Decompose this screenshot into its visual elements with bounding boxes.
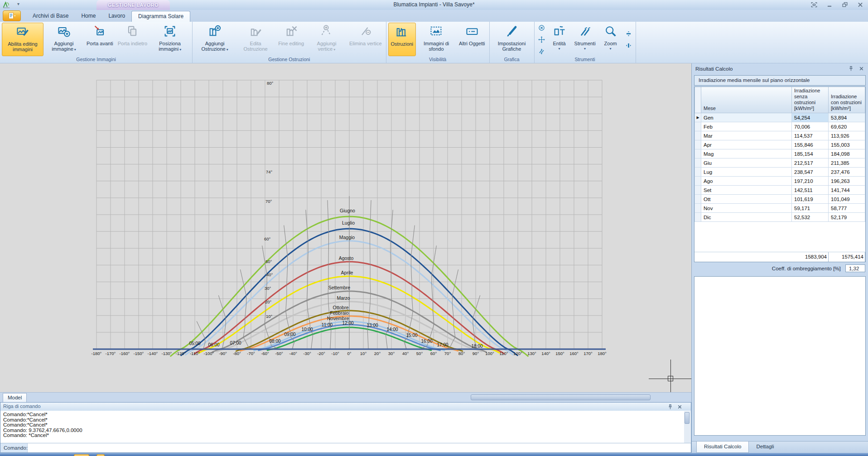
irradiation-table-box: MeseIrradiazione senza ostruzioni [kWh/m… [694,86,866,262]
hour-label-1000: 10:00 [301,327,313,332]
altri-oggetti-button[interactable]: Altri Oggetti [457,23,487,56]
table-row-apr[interactable]: Apr155,846155,003 [695,140,865,149]
close-icon[interactable] [677,403,683,412]
cell-irradiazione-senza: 54,254 [792,113,829,122]
drawing-canvas[interactable]: -180°-170°-160°-150°-140°-130°-120°-110°… [0,63,691,392]
row-selector[interactable]: ▶ [695,113,701,122]
edit-image-icon [16,25,29,38]
table-row-ott[interactable]: Ott101,619101,049 [695,194,865,203]
hour-label-1600: 16:00 [421,339,432,344]
x-tick-label: 70° [444,351,451,356]
x-tick-label: -30° [303,351,311,356]
row-selector[interactable] [695,167,701,176]
pin-icon[interactable] [848,66,854,72]
button-label: Aggiungi vertice▾ [309,41,345,52]
end-editing-icon [285,24,298,38]
table-row-gen[interactable]: ▶Gen54,25453,894 [695,113,865,122]
cell-irradiazione-con: 141,744 [829,185,865,194]
application-menu-button[interactable] [3,10,21,21]
entit-button[interactable]: Entità▾ [547,23,572,56]
ostruzioni-button[interactable]: Ostruzioni [388,23,416,56]
aggiungi-vertice-button: Aggiungi vertice▾ [306,23,347,56]
tab-diagramma-solare[interactable]: Diagramma Solare [131,11,190,22]
cell-irradiazione-con: 53,894 [829,113,865,122]
table-row-feb[interactable]: Feb70,00669,620 [695,122,865,131]
x-tick-label: -120° [176,351,186,356]
fit-width-icon[interactable] [625,42,632,51]
row-selector[interactable] [695,194,701,203]
command-scrollbar[interactable] [684,411,690,443]
position-images-icon [163,24,177,38]
row-selector[interactable] [695,176,701,185]
fit-screen-button[interactable] [809,1,819,9]
minimize-button[interactable] [825,1,834,9]
close-icon[interactable] [858,66,864,72]
table-row-mag[interactable]: Mag185,154184,098 [695,149,865,158]
table-row-mar[interactable]: Mar114,537113,926 [695,131,865,140]
porta-avanti-button[interactable]: Porta avanti [84,23,116,56]
command-panel-header: Riga di comando [0,403,691,411]
row-selector[interactable] [695,203,701,212]
tab-lavoro[interactable]: Lavoro [102,11,131,22]
impostazioni-grafiche-button[interactable]: Impostazioni Grafiche [492,23,532,56]
table-row-lug[interactable]: Lug238,547237,476 [695,167,865,176]
row-selector[interactable] [695,140,701,149]
x-tick-label: -180° [92,351,102,356]
ribbon-group-label: Strumenti [535,57,636,63]
quick-access-dropdown-icon[interactable]: ▾ [17,1,19,6]
aggiungi-immagine-button[interactable]: Aggiungi immagine▾ [43,23,84,56]
command-history-line: Comando:*Cancel* [3,418,688,423]
elevation-label: 74° [266,169,273,174]
deselect-icon [538,24,545,32]
tab-model[interactable]: Model [3,393,27,402]
elimina-vertice-button: Elimina vertice [347,23,384,56]
close-icon[interactable] [855,1,865,9]
porta-indietro-button: Porta indietro [116,23,149,56]
month-label-agosto: Agosto [339,255,354,261]
row-selector[interactable] [695,131,701,140]
pan-icon[interactable] [538,36,545,45]
tab-archivi-di-base[interactable]: Archivi di Base [26,11,75,22]
row-selector[interactable] [695,158,701,167]
cell-mese: Ago [701,176,792,185]
small-tool-column [536,23,547,56]
posiziona-immagini-button[interactable]: Posiziona immagini▾ [149,23,190,56]
tab-dettagli[interactable]: Dettagli [749,442,781,453]
table-row-ago[interactable]: Ago197,210196,263 [695,176,865,185]
horizontal-scrollbar[interactable] [471,394,651,400]
tab-home[interactable]: Home [75,11,102,22]
cell-irradiazione-senza: 114,537 [792,131,829,140]
tab-risultati-calcolo[interactable]: Risultati Calcolo [696,442,749,453]
hour-label-1500: 15:00 [406,333,417,338]
pin-icon[interactable] [667,403,673,412]
elevation-label: 10° [266,314,273,319]
cell-irradiazione-con: 101,049 [829,194,865,203]
table-row-nov[interactable]: Nov59,17158,777 [695,203,865,212]
aggiungi-ostruzione-button[interactable]: Aggiungi Ostruzione▾ [194,23,235,56]
row-selector[interactable] [695,212,701,221]
contextual-tab-header: GESTIONE LAVORO [96,0,170,10]
row-selector[interactable] [695,185,701,194]
button-label: Posiziona immagini▾ [152,41,188,52]
immagini-di-sfondo-button[interactable]: Immagini di sfondo [416,23,457,56]
command-history: Comando:*Cancel*Comando:*Cancel*Comando:… [0,411,691,440]
row-selector[interactable] [695,149,701,158]
row-selector[interactable] [695,122,701,131]
fit-width-icon [625,42,632,49]
cell-irradiazione-senza: 142,511 [792,185,829,194]
table-row-giu[interactable]: Giu212,517211,385 [695,158,865,167]
deselect-icon[interactable] [538,24,545,34]
month-label-febbraio: Febbraio [330,310,349,316]
fit-height-icon[interactable] [625,30,632,39]
chevron-down-icon: ▾ [559,47,560,51]
restore-button[interactable] [840,1,850,9]
x-tick-label: 130° [527,351,536,356]
irradiation-table: MeseIrradiazione senza ostruzioni [kWh/m… [694,87,865,222]
table-row-set[interactable]: Set142,511141,744 [695,185,865,194]
table-row-dic[interactable]: Dic52,53252,179 [695,212,865,221]
strumenti-button[interactable]: Strumenti▾ [572,23,598,56]
redraw-icon[interactable] [538,48,545,57]
command-input[interactable] [28,443,691,452]
abilita-editing-immagini-button[interactable]: Abilita editing immagini [2,23,43,56]
zoom-button[interactable]: Zoom▾ [598,23,623,56]
